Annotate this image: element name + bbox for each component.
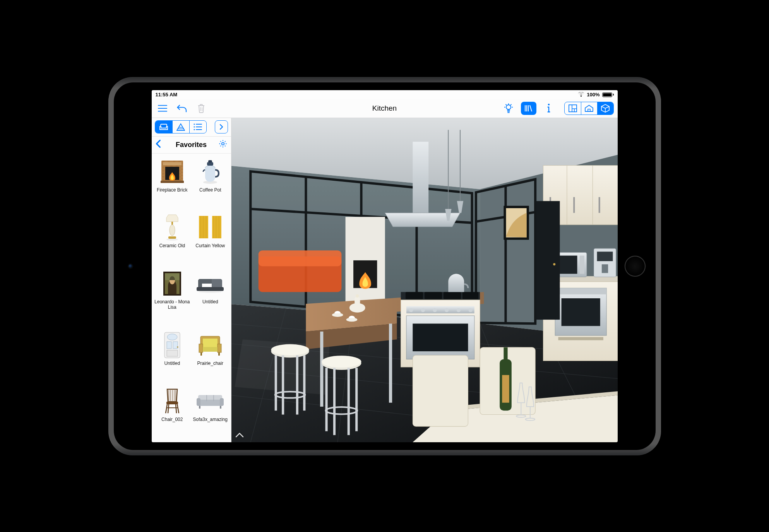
armchair-icon bbox=[196, 331, 224, 359]
svg-rect-18 bbox=[171, 222, 173, 225]
svg-rect-61 bbox=[258, 250, 341, 266]
svg-point-3 bbox=[194, 123, 195, 125]
svg-point-20 bbox=[166, 238, 178, 241]
back-button[interactable] bbox=[156, 140, 161, 150]
status-bar: 11:55 AM 100% bbox=[152, 90, 618, 99]
view-3d-button[interactable] bbox=[597, 102, 613, 115]
library-item-label: Curtain Yellow bbox=[195, 243, 225, 249]
svg-rect-11 bbox=[161, 181, 184, 183]
svg-rect-45 bbox=[197, 398, 200, 406]
svg-point-94 bbox=[553, 263, 555, 265]
info-button[interactable] bbox=[542, 101, 556, 115]
sidebar-category-header: Favorites bbox=[152, 137, 231, 154]
coffee-pot-icon bbox=[196, 157, 224, 186]
viewport-expand-button[interactable] bbox=[235, 432, 244, 439]
svg-rect-42 bbox=[166, 402, 178, 404]
3d-viewport[interactable] bbox=[231, 118, 618, 442]
svg-rect-2 bbox=[569, 105, 577, 112]
svg-point-118 bbox=[445, 308, 449, 312]
svg-rect-139 bbox=[502, 375, 509, 403]
library-item-label: Untitled bbox=[202, 299, 218, 305]
library-item-sofa[interactable]: Sofa3x_amazing bbox=[191, 385, 230, 440]
svg-rect-9 bbox=[163, 162, 182, 165]
library-item-coffee-pot[interactable]: Coffee Pot bbox=[191, 156, 230, 210]
svg-rect-48 bbox=[220, 406, 221, 409]
svg-point-5 bbox=[194, 129, 195, 130]
svg-point-4 bbox=[194, 126, 195, 127]
svg-rect-79 bbox=[573, 197, 575, 213]
library-item-fireplace-brick[interactable]: Fireplace Brick bbox=[153, 156, 192, 210]
battery-percent: 100% bbox=[587, 92, 599, 98]
svg-rect-110 bbox=[413, 323, 468, 351]
trash-button[interactable] bbox=[194, 101, 208, 115]
svg-rect-91 bbox=[555, 288, 606, 294]
svg-rect-38 bbox=[218, 344, 221, 352]
svg-rect-40 bbox=[200, 352, 202, 356]
svg-rect-87 bbox=[601, 264, 608, 273]
library-item-chair[interactable]: Chair_002 bbox=[153, 385, 192, 440]
library-item-label: Chair_002 bbox=[161, 417, 183, 423]
library-item-label: Fireplace Brick bbox=[157, 188, 187, 193]
svg-rect-41 bbox=[218, 352, 220, 356]
library-item-label: Ceramic Old bbox=[159, 243, 185, 249]
sidebar-collapse-button[interactable] bbox=[215, 120, 228, 133]
svg-rect-80 bbox=[598, 197, 600, 213]
svg-point-124 bbox=[332, 313, 343, 316]
svg-rect-112 bbox=[425, 292, 442, 299]
svg-rect-93 bbox=[536, 201, 560, 320]
svg-rect-136 bbox=[413, 355, 468, 426]
app-screen: 11:55 AM 100% bbox=[152, 90, 618, 442]
battery-icon bbox=[602, 92, 614, 97]
svg-rect-44 bbox=[197, 400, 224, 406]
svg-point-1 bbox=[548, 104, 549, 105]
wifi-icon bbox=[578, 92, 584, 97]
svg-point-117 bbox=[433, 308, 437, 312]
tablet-home-button[interactable] bbox=[625, 256, 646, 277]
lighting-button[interactable] bbox=[502, 101, 516, 115]
svg-point-30 bbox=[167, 334, 177, 340]
library-item-prairie-chair[interactable]: Prairie_chair bbox=[191, 329, 230, 384]
svg-rect-47 bbox=[199, 406, 200, 409]
library-item-curtain-yellow[interactable]: Curtain Yellow bbox=[191, 212, 230, 266]
svg-point-34 bbox=[177, 346, 178, 348]
library-item-ceramic-old[interactable]: Ceramic Old bbox=[153, 212, 192, 266]
curtain-icon bbox=[196, 213, 224, 242]
library-item-mona-lisa[interactable]: Leonardo - Mona Lisa bbox=[153, 268, 192, 328]
svg-rect-92 bbox=[558, 337, 603, 340]
library-item-door[interactable]: Untitled bbox=[153, 329, 192, 384]
svg-point-125 bbox=[346, 318, 357, 322]
library-furniture-tab[interactable] bbox=[155, 121, 172, 133]
library-item-label: Coffee Pot bbox=[199, 188, 221, 193]
view-elevation-button[interactable] bbox=[581, 102, 597, 115]
svg-rect-32 bbox=[173, 342, 178, 349]
svg-rect-46 bbox=[220, 398, 224, 406]
library-grid[interactable]: Fireplace Brick bbox=[152, 154, 231, 442]
tablet-frame: 11:55 AM 100% bbox=[108, 77, 661, 455]
svg-rect-113 bbox=[444, 292, 461, 299]
svg-point-120 bbox=[468, 308, 472, 312]
svg-rect-126 bbox=[320, 331, 323, 406]
chair-icon bbox=[158, 387, 187, 416]
svg-rect-39 bbox=[203, 347, 218, 352]
library-item-sectional-sofa[interactable]: Untitled bbox=[191, 268, 230, 328]
status-time: 11:55 AM bbox=[156, 92, 178, 98]
library-materials-tab[interactable] bbox=[172, 121, 189, 133]
svg-point-119 bbox=[456, 308, 460, 312]
svg-rect-122 bbox=[355, 296, 360, 304]
library-item-label: Leonardo - Mona Lisa bbox=[154, 299, 190, 310]
undo-button[interactable] bbox=[175, 101, 189, 115]
svg-rect-16 bbox=[207, 162, 213, 166]
main-toolbar: Kitchen bbox=[152, 99, 618, 118]
svg-rect-111 bbox=[405, 292, 423, 299]
fireplace-icon bbox=[158, 157, 187, 186]
svg-rect-97 bbox=[413, 142, 428, 213]
library-button[interactable] bbox=[521, 102, 536, 115]
view-2d-button[interactable] bbox=[565, 102, 581, 115]
library-list-tab[interactable] bbox=[189, 121, 206, 133]
category-settings-button[interactable] bbox=[219, 140, 227, 150]
svg-rect-140 bbox=[504, 347, 507, 361]
svg-point-0 bbox=[506, 105, 511, 109]
svg-rect-108 bbox=[406, 306, 474, 313]
svg-rect-27 bbox=[197, 287, 224, 291]
menu-button[interactable] bbox=[156, 101, 170, 115]
